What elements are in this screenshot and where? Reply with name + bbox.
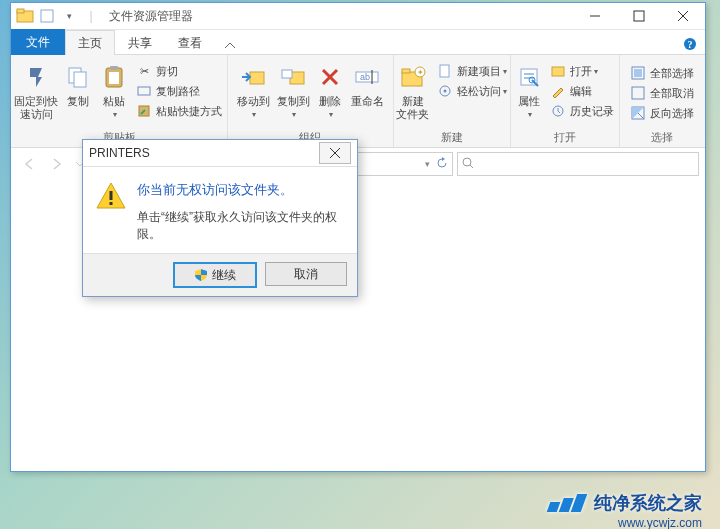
tab-share[interactable]: 共享 (115, 30, 165, 55)
svg-text:✦: ✦ (416, 68, 423, 77)
pin-icon (20, 61, 52, 93)
ribbon-collapse-icon[interactable] (215, 40, 245, 54)
edit-button[interactable]: 编辑 (550, 81, 614, 101)
refresh-icon[interactable] (436, 157, 448, 172)
svg-rect-28 (440, 65, 449, 77)
nav-forward-button[interactable] (45, 152, 69, 176)
delete-button[interactable]: 删除▾ (313, 57, 347, 121)
watermark-brand: 纯净系统之家 (554, 491, 702, 515)
ribbon-group-organize: 移动到▾ 复制到▾ 删除▾ (228, 55, 394, 147)
desktop: ▾ | 文件资源管理器 文件 主页 共享 查看 (0, 0, 720, 529)
paste-icon (98, 61, 130, 93)
copy-path-button[interactable]: 复制路径 (136, 81, 222, 101)
delete-label: 删除 (319, 95, 341, 108)
tab-home[interactable]: 主页 (65, 30, 115, 55)
cancel-button[interactable]: 取消 (265, 262, 347, 286)
easy-access-button[interactable]: 轻松访问▾ (437, 81, 507, 101)
move-to-icon (237, 61, 269, 93)
help-icon[interactable]: ? (675, 37, 705, 54)
group-label-open: 打开 (515, 130, 615, 147)
scissors-icon: ✂ (136, 63, 152, 79)
app-icon (15, 6, 35, 26)
paste-shortcut-button[interactable]: 粘贴快捷方式 (136, 101, 222, 121)
rename-icon: ab (351, 61, 383, 93)
pin-quick-access-button[interactable]: 固定到快 速访问 (12, 57, 60, 121)
tab-view[interactable]: 查看 (165, 30, 215, 55)
select-none-button[interactable]: 全部取消 (630, 83, 694, 103)
paste-button[interactable]: 粘贴 ▾ (96, 57, 132, 121)
svg-rect-14 (138, 87, 150, 95)
qat-dropdown-icon[interactable]: ▾ (59, 6, 79, 26)
warning-icon (95, 181, 127, 213)
new-item-label: 新建项目 (457, 64, 501, 79)
rename-label: 重命名 (351, 95, 384, 108)
svg-rect-39 (632, 87, 644, 99)
easy-access-icon (437, 83, 453, 99)
invert-selection-button[interactable]: 反向选择 (630, 103, 694, 123)
svg-point-30 (443, 90, 446, 93)
svg-text:?: ? (688, 39, 693, 50)
select-none-label: 全部取消 (650, 86, 694, 101)
new-item-button[interactable]: 新建项目▾ (437, 61, 507, 81)
move-to-button[interactable]: 移动到▾ (233, 57, 273, 121)
paste-label: 粘贴 (103, 95, 125, 108)
cut-button[interactable]: ✂ 剪切 (136, 61, 222, 81)
watermark-brand-text: 纯净系统之家 (594, 491, 702, 515)
delete-icon (314, 61, 346, 93)
invert-label: 反向选择 (650, 106, 694, 121)
new-folder-button[interactable]: ✦ 新建 文件夹 (393, 57, 433, 121)
open-icon (550, 63, 566, 79)
dialog-button-row: 继续 取消 (83, 253, 357, 296)
new-folder-icon: ✦ (397, 61, 429, 93)
ribbon-group-new: ✦ 新建 文件夹 新建项目▾ (394, 55, 511, 147)
svg-rect-38 (634, 69, 642, 77)
select-none-icon (630, 85, 646, 101)
select-all-label: 全部选择 (650, 66, 694, 81)
copy-button[interactable]: 复制 (60, 57, 96, 108)
svg-rect-47 (547, 502, 561, 512)
dialog-message: 你当前无权访问该文件夹。 单击“继续”获取永久访问该文件夹的权限。 (137, 181, 345, 243)
tab-file[interactable]: 文件 (11, 29, 65, 55)
ribbon: 固定到快 速访问 复制 粘贴 ▾ (11, 55, 705, 148)
select-all-icon (630, 65, 646, 81)
edit-icon (550, 83, 566, 99)
shortcut-icon (136, 103, 152, 119)
ribbon-group-select: 全部选择 全部取消 反向选择 (620, 55, 705, 147)
dialog-title: PRINTERS (89, 146, 150, 160)
address-dropdown-icon[interactable]: ▾ (425, 159, 430, 169)
maximize-button[interactable] (617, 3, 661, 29)
nav-back-button[interactable] (17, 152, 41, 176)
dialog-titlebar: PRINTERS (83, 140, 357, 167)
edit-label: 编辑 (570, 84, 592, 99)
svg-rect-13 (109, 72, 119, 84)
search-box[interactable] (457, 152, 699, 176)
group-label-new: 新建 (398, 130, 506, 147)
svg-rect-35 (552, 67, 564, 76)
copy-to-label: 复制到 (277, 95, 310, 108)
group-label-select: 选择 (624, 130, 701, 147)
continue-button[interactable]: 继续 (173, 262, 257, 288)
permission-dialog: PRINTERS 你当前无权访问该文件夹。 单击“继续”获取永久访问该文件夹的权… (82, 139, 358, 297)
path-icon (136, 83, 152, 99)
titlebar: ▾ | 文件资源管理器 (11, 3, 705, 30)
svg-rect-49 (571, 494, 588, 512)
new-folder-label: 新建 文件夹 (396, 95, 429, 121)
select-all-button[interactable]: 全部选择 (630, 63, 694, 83)
cut-label: 剪切 (156, 64, 178, 79)
rename-button[interactable]: ab 重命名 (347, 57, 387, 108)
properties-button[interactable]: 属性▾ (512, 57, 546, 121)
history-button[interactable]: 历史记录 (550, 101, 614, 121)
open-button[interactable]: 打开▾ (550, 61, 614, 81)
minimize-button[interactable] (573, 3, 617, 29)
svg-rect-10 (74, 72, 86, 87)
svg-rect-45 (110, 191, 113, 200)
close-button[interactable] (661, 3, 705, 29)
qat-item[interactable] (37, 6, 57, 26)
svg-rect-18 (282, 70, 292, 78)
move-to-label: 移动到 (237, 95, 270, 108)
copy-to-button[interactable]: 复制到▾ (273, 57, 313, 121)
properties-icon (513, 61, 545, 93)
dialog-close-button[interactable] (319, 142, 351, 164)
svg-rect-16 (250, 72, 264, 84)
cancel-label: 取消 (294, 266, 318, 283)
